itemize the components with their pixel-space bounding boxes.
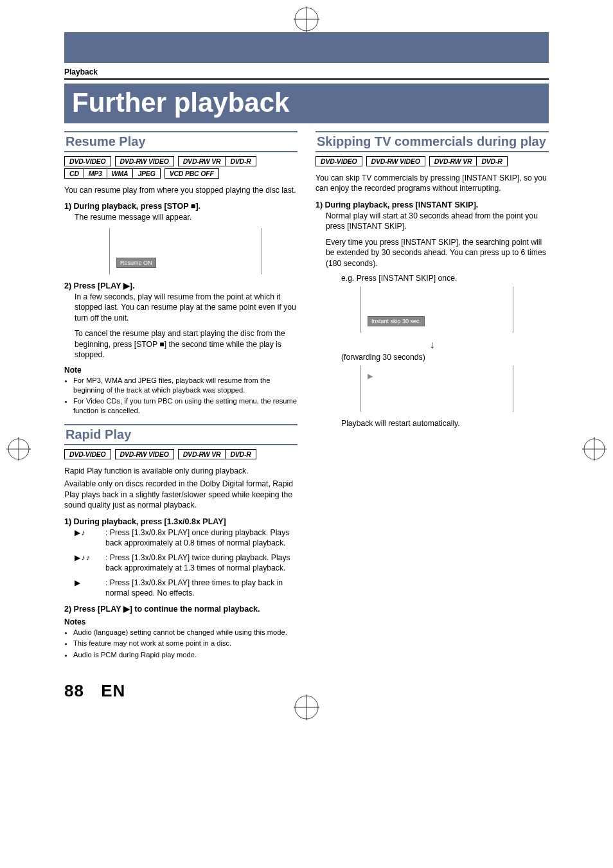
rapid-step2-title: 2) Press [PLAY ▶] to continue the normal… — [64, 604, 298, 614]
crop-mark-left — [6, 437, 31, 461]
rapid-row-3-text: : Press [1.3x/0.8x PLAY] three times to … — [105, 578, 298, 599]
crop-mark-top — [294, 6, 319, 32]
rapid-row-2: ▶ ♪ ♪ : Press [1.3x/0.8x PLAY] twice dur… — [75, 553, 298, 574]
tag-dvd-rw-vr: DVD-RW VR — [178, 449, 226, 459]
play-slow-icon: ▶ ♪ — [75, 527, 105, 549]
tag-dvd-r: DVD-R — [226, 156, 256, 166]
tag-jpeg: JPEG — [133, 168, 160, 179]
crop-mark-bottom — [294, 695, 319, 720]
tag-dvd-rw-video: DVD-RW VIDEO — [366, 156, 425, 166]
resume-step1-sub: The resume message will appear. — [75, 212, 298, 222]
page-number: 88 — [64, 681, 84, 700]
header-accent — [64, 32, 549, 63]
tag-dvd-rw-video: DVD-RW VIDEO — [115, 449, 174, 459]
rapid-row-1: ▶ ♪ : Press [1.3x/0.8x PLAY] once during… — [75, 527, 298, 549]
resume-note-2: For Video CDs, if you turn PBC on using … — [73, 396, 298, 416]
resume-osd-chip: Resume ON — [116, 258, 156, 268]
tag-dvd-r: DVD-R — [477, 156, 507, 166]
resume-step1-title: 1) During playback, press [STOP ■]. — [64, 202, 298, 211]
tag-vcd-pbc-off: VCD PBC OFF — [164, 168, 219, 179]
rapid-format-tags: DVD-VIDEO DVD-RW VIDEO DVD-RW VR DVD-R — [64, 449, 298, 459]
resume-step2-sub-a: In a few seconds, play will resume from … — [75, 292, 298, 323]
rapid-note-3: Audio is PCM during Rapid play mode. — [73, 650, 298, 660]
resume-format-tags: DVD-VIDEO DVD-RW VIDEO DVD-RW VR DVD-R C… — [64, 156, 298, 179]
skip-forward-label: (forwarding 30 seconds) — [341, 353, 549, 362]
rapid-notes-list: Audio (language) setting cannot be chang… — [64, 628, 298, 660]
rapid-intro-a: Rapid Play function is available only du… — [64, 466, 298, 476]
play-icon: ▶ — [368, 372, 373, 380]
tag-wma: WMA — [107, 168, 134, 179]
page-lang: EN — [101, 681, 125, 700]
skip-osd-box-2: ▶ — [360, 366, 513, 412]
resume-step2-title: 2) Press [PLAY ▶]. — [64, 281, 298, 290]
section-resume-title: Resume Play — [64, 131, 298, 152]
skip-outro: Playback will restart automatically. — [341, 418, 549, 429]
resume-osd-box: Resume ON — [109, 228, 262, 274]
resume-note-1: For MP3, WMA and JPEG files, playback wi… — [73, 376, 298, 395]
resume-intro: You can resume play from where you stopp… — [64, 185, 298, 195]
rapid-row-2-text: : Press [1.3x/0.8x PLAY] twice during pl… — [105, 553, 298, 574]
crop-mark-right — [582, 437, 607, 461]
arrow-down-icon: ↓ — [315, 339, 549, 351]
tag-dvd-rw-vr: DVD-RW VR — [178, 156, 226, 166]
tag-dvd-video: DVD-VIDEO — [315, 156, 362, 166]
play-fast-icon: ▶ ♪ ♪ — [75, 553, 105, 574]
skip-osd-chip: Instant skip 30 sec. — [368, 316, 425, 326]
skip-step1-title: 1) During playback, press [INSTANT SKIP]… — [315, 200, 549, 209]
skip-step1-sub-a: Normal play will start at 30 seconds ahe… — [326, 211, 549, 232]
rapid-intro-b: Available only on discs recorded in the … — [64, 479, 298, 510]
tag-dvd-rw-vr: DVD-RW VR — [429, 156, 477, 166]
skip-osd-box-1: Instant skip 30 sec. — [360, 287, 513, 333]
resume-note-heading: Note — [64, 366, 298, 375]
section-rapid-title: Rapid Play — [64, 424, 298, 445]
section-skip-title: Skipping TV commercials during play — [315, 131, 549, 152]
tag-mp3: MP3 — [84, 168, 107, 179]
tag-dvd-rw-video: DVD-RW VIDEO — [115, 156, 174, 166]
skip-step1-sub-b: Every time you press [INSTANT SKIP], the… — [326, 237, 549, 269]
tag-cd: CD — [64, 168, 84, 179]
skip-format-tags: DVD-VIDEO DVD-RW VIDEO DVD-RW VR DVD-R — [315, 156, 549, 166]
resume-step2-sub-b: To cancel the resume play and start play… — [75, 328, 298, 360]
skip-intro: You can skip TV commercials by pressing … — [315, 173, 549, 194]
rapid-row-1-text: : Press [1.3x/0.8x PLAY] once during pla… — [105, 527, 298, 549]
rapid-row-3: ▶ : Press [1.3x/0.8x PLAY] three times t… — [75, 578, 298, 599]
rapid-step1-title: 1) During playback, press [1.3x/0.8x PLA… — [64, 517, 298, 526]
skip-eg-label: e.g. Press [INSTANT SKIP] once. — [341, 274, 549, 283]
page-title: Further playback — [64, 84, 549, 123]
breadcrumb: Playback — [64, 67, 98, 76]
tag-dvd-video: DVD-VIDEO — [64, 449, 111, 459]
rapid-note-2: This feature may not work at some point … — [73, 639, 298, 648]
tag-dvd-video: DVD-VIDEO — [64, 156, 111, 166]
rapid-notes-heading: Notes — [64, 617, 298, 626]
tag-dvd-r: DVD-R — [226, 449, 256, 459]
play-normal-icon: ▶ — [75, 578, 105, 599]
rapid-note-1: Audio (language) setting cannot be chang… — [73, 628, 298, 637]
resume-notes-list: For MP3, WMA and JPEG files, playback wi… — [64, 376, 298, 416]
